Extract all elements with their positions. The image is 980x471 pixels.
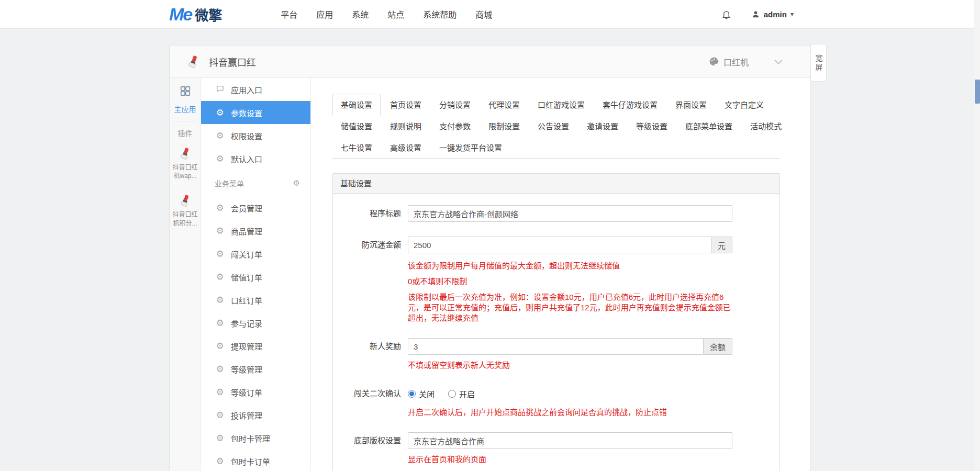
- tab-text-customization[interactable]: 文字自定义: [716, 94, 772, 115]
- menu-item-withdrawal-management[interactable]: ⚙ 提现管理: [201, 334, 310, 357]
- notification-bell-icon[interactable]: [721, 9, 731, 19]
- newcomer-reward-input[interactable]: [408, 338, 704, 355]
- tab-bottom-menu-settings[interactable]: 底部菜单设置: [677, 115, 741, 137]
- tab-level-settings[interactable]: 等级设置: [628, 115, 676, 137]
- gear-icon: ⚙: [215, 131, 225, 140]
- tab-advanced-settings[interactable]: 高级设置: [382, 137, 430, 158]
- nav-store[interactable]: 商城: [474, 6, 493, 23]
- page: 宽屏 抖音赢口红: [0, 45, 980, 471]
- menu-item-lipstick-orders[interactable]: ⚙ 口红订单: [201, 288, 310, 311]
- widescreen-toggle-button[interactable]: 宽屏: [811, 45, 826, 81]
- top-nav: 平台 应用 系统 站点 系统帮助 商城: [280, 6, 493, 23]
- anti-addiction-input[interactable]: [408, 237, 711, 253]
- rail-plugin-points[interactable]: 抖音口红机积分...: [170, 194, 201, 227]
- menu-item-label: 默认入口: [231, 153, 262, 164]
- vertical-scrollbar-thumb[interactable]: [975, 80, 980, 104]
- rail-plugins-label: 插件: [170, 128, 201, 138]
- tab-invitation-settings[interactable]: 邀请设置: [578, 115, 627, 137]
- nav-platform[interactable]: 平台: [280, 6, 298, 23]
- second-confirm-on-label: 开启: [459, 388, 475, 399]
- main-app-grid-icon[interactable]: [180, 85, 191, 97]
- tab-payment-parameters[interactable]: 支付参数: [431, 115, 479, 137]
- tab-rules-description[interactable]: 规则说明: [382, 115, 430, 137]
- basic-settings-panel: 基础设置 程序标题 防沉迷金额: [332, 173, 780, 471]
- menu-section-gear-icon[interactable]: ⚙: [293, 180, 300, 187]
- menu-item-complaint-management[interactable]: ⚙ 投诉管理: [201, 403, 310, 427]
- menu-item-label: 包时卡管理: [231, 433, 270, 444]
- tab-agent-settings[interactable]: 代理设置: [480, 94, 528, 115]
- second-confirm-on-radio[interactable]: [448, 390, 456, 398]
- menu-item-level-orders[interactable]: ⚙ 等级订单: [201, 380, 310, 403]
- tab-stored-value-settings[interactable]: 储值设置: [332, 115, 381, 137]
- tab-distribution-settings[interactable]: 分销设置: [431, 94, 479, 115]
- collapse-chevron-icon[interactable]: [773, 56, 784, 68]
- menu-item-time-card-orders[interactable]: ⚙ 包时卡订单: [201, 450, 310, 471]
- menu-item-label: 等级管理: [231, 364, 262, 375]
- gear-icon: ⚙: [215, 250, 225, 259]
- tab-one-click-shipping-settings[interactable]: 一键发货平台设置: [431, 137, 510, 158]
- panel-title: 基础设置: [333, 174, 779, 194]
- top-navbar-inner: Me 微擎 平台 应用 系统 站点 系统帮助 商城 admin ▾: [169, 0, 811, 28]
- vertical-scrollbar-track[interactable]: [974, 0, 980, 471]
- copyright-input[interactable]: [408, 432, 732, 449]
- tab-qiniu-settings[interactable]: 七牛设置: [332, 137, 381, 158]
- gear-icon: ⚙: [215, 154, 225, 163]
- comment-icon: [215, 84, 225, 95]
- menu-item-label: 应用入口: [231, 84, 262, 95]
- nav-sites[interactable]: 站点: [386, 6, 405, 23]
- gear-icon: ⚙: [215, 319, 225, 328]
- app-card: 抖音赢口红 口红机: [169, 45, 811, 471]
- tab-cowboy-game-settings[interactable]: 套牛仔游戏设置: [594, 94, 666, 115]
- menu-item-recharge-orders[interactable]: ⚙ 储值订单: [201, 265, 310, 288]
- rail-plugin-label: 抖音口红机积分...: [170, 209, 201, 227]
- tab-interface-settings[interactable]: 界面设置: [667, 94, 715, 115]
- rail-plugin-wap[interactable]: 抖音口红机wap...: [170, 147, 201, 180]
- card-header-right: 口红机: [708, 55, 784, 68]
- tab-lipstick-game-settings[interactable]: 口红游戏设置: [529, 94, 593, 115]
- tab-basic-settings[interactable]: 基础设置: [332, 94, 381, 116]
- second-confirm-radio-group: 关闭 开启: [408, 385, 732, 402]
- form-row-program-title: 程序标题: [333, 205, 779, 222]
- menu-item-participation-records[interactable]: ⚙ 参与记录: [201, 311, 310, 334]
- anti-addiction-unit-addon: 元: [711, 237, 732, 253]
- menu-section-label: 业务菜单: [215, 178, 244, 188]
- second-confirm-off-radio[interactable]: [408, 390, 416, 398]
- tab-limit-settings[interactable]: 限制设置: [480, 115, 528, 137]
- nav-apps[interactable]: 应用: [315, 6, 334, 23]
- tab-homepage-settings[interactable]: 首页设置: [382, 94, 430, 115]
- menu-item-member-management[interactable]: ⚙ 会员管理: [201, 196, 310, 219]
- rail-divider: [173, 121, 197, 121]
- admin-menu[interactable]: admin ▾: [751, 10, 794, 19]
- second-confirm-on-option[interactable]: 开启: [448, 388, 475, 399]
- lipstick-app-icon: [186, 54, 201, 69]
- weengine-logo[interactable]: Me 微擎: [169, 4, 222, 25]
- lipstick-plugin-icon: [179, 194, 192, 207]
- menu-item-challenge-orders[interactable]: ⚙ 闯关订单: [201, 242, 310, 265]
- rail-main-app[interactable]: 主应用: [170, 104, 201, 114]
- menu-item-app-entry[interactable]: 应用入口: [201, 78, 310, 101]
- nav-help[interactable]: 系统帮助: [422, 6, 458, 23]
- menu-item-label: 储值订单: [231, 272, 262, 283]
- tab-row-1: 基础设置 首页设置 分销设置 代理设置 口红游戏设置 套牛仔游戏设置 界面设置 …: [332, 94, 780, 115]
- form-row-second-confirm: 闯关二次确认 关闭 开: [333, 385, 779, 418]
- menu-section-business: 业务菜单 ⚙: [201, 170, 310, 196]
- gear-icon: ⚙: [215, 108, 225, 117]
- tab-announcement-settings[interactable]: 公告设置: [529, 115, 577, 137]
- app-menu: 应用入口 ⚙ 参数设置 ⚙ 权限设置 ⚙ 默认入口 业: [201, 78, 311, 471]
- settings-main: 基础设置 首页设置 分销设置 代理设置 口红游戏设置 套牛仔游戏设置 界面设置 …: [311, 78, 810, 471]
- program-title-input[interactable]: [408, 205, 732, 222]
- menu-item-product-management[interactable]: ⚙ 商品管理: [201, 219, 310, 242]
- menu-item-permission-settings[interactable]: ⚙ 权限设置: [201, 124, 310, 147]
- menu-item-label: 等级订单: [231, 387, 262, 398]
- menu-item-time-card-management[interactable]: ⚙ 包时卡管理: [201, 427, 310, 450]
- palette-icon: [708, 56, 719, 67]
- nav-system[interactable]: 系统: [351, 6, 370, 23]
- gear-icon: ⚙: [215, 342, 225, 351]
- tab-activity-mode[interactable]: 活动模式: [742, 115, 790, 137]
- menu-item-default-entry[interactable]: ⚙ 默认入口: [201, 147, 310, 170]
- second-confirm-off-label: 关闭: [419, 388, 435, 399]
- second-confirm-off-option[interactable]: 关闭: [408, 388, 435, 399]
- gear-icon: ⚙: [215, 434, 225, 443]
- menu-item-parameter-settings[interactable]: ⚙ 参数设置: [201, 101, 310, 124]
- menu-item-level-management[interactable]: ⚙ 等级管理: [201, 357, 310, 380]
